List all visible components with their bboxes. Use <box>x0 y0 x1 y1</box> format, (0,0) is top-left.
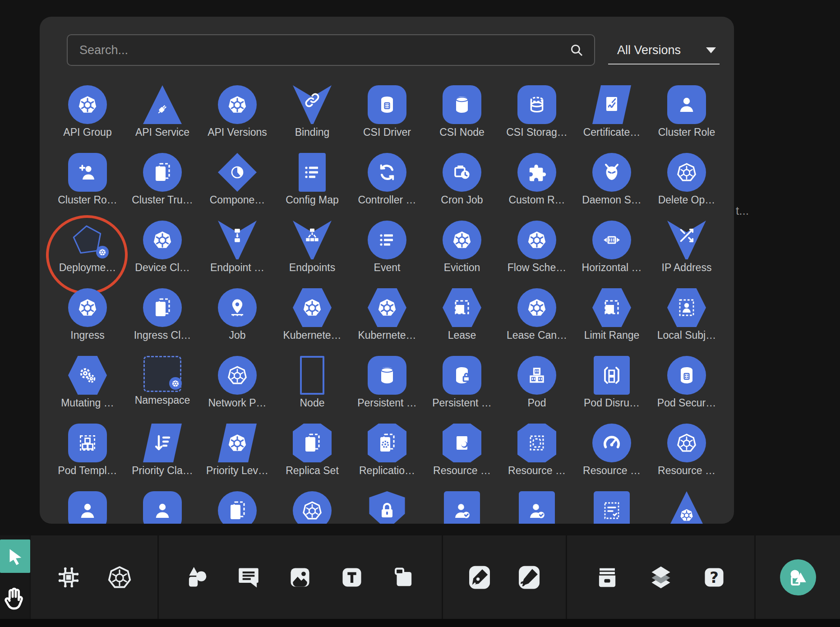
grid-item-label: CSI Node <box>425 126 499 138</box>
row7-user-link-icon <box>143 491 182 524</box>
grid-item-persistent-volume-claim[interactable]: Persistent … <box>425 352 499 420</box>
grid-item-api-versions[interactable]: API Versions <box>200 82 275 149</box>
grid-item-lease-candidate[interactable]: Lease Can… <box>499 285 574 352</box>
archive-tool[interactable] <box>594 564 620 590</box>
grid-item-row7-kubernetes[interactable] <box>275 488 350 524</box>
grid-item-replica-set[interactable]: Replica Set <box>275 420 350 488</box>
grid-item-cron-job[interactable]: Cron Job <box>425 149 499 217</box>
grid-item-replication-controller[interactable]: Replicatio… <box>350 420 425 488</box>
app-logo[interactable] <box>780 559 816 595</box>
grid-item-pod-disruption-budget[interactable]: Pod Disru… <box>574 352 649 420</box>
grid-item-daemon-set[interactable]: Daemon S… <box>574 149 649 217</box>
version-filter-dropdown[interactable]: All Versions <box>608 37 720 65</box>
select-tool[interactable] <box>0 539 30 573</box>
grid-item-endpoints[interactable]: Endpoints <box>275 217 350 285</box>
shapes-tool[interactable] <box>184 564 210 590</box>
row7-user-check-2-icon <box>519 491 555 524</box>
grid-item-ingress[interactable]: Ingress <box>50 285 125 352</box>
grid-item-network-policy[interactable]: Network P… <box>200 352 275 420</box>
daemon-set-icon <box>592 153 631 192</box>
grid-item-row7-secret-lock[interactable] <box>350 488 425 524</box>
grid-item-event[interactable]: Event <box>350 217 425 285</box>
resource-4-icon <box>667 424 706 462</box>
grid-item-label: Event <box>350 262 425 274</box>
grid-item-pod-template[interactable]: Pod Templ… <box>50 420 125 488</box>
grid-item-row7-user-check-2[interactable] <box>499 488 574 524</box>
grid-item-csi-node[interactable]: CSI Node <box>425 82 499 149</box>
grid-item-device-class[interactable]: Device Cl… <box>125 217 200 285</box>
grid-item-limit-range[interactable]: Limit Range <box>574 285 649 352</box>
ingress-class-icon <box>143 288 182 327</box>
grid-item-api-group[interactable]: API Group <box>50 82 125 149</box>
endpoints-icon <box>293 221 332 259</box>
grid-item-row7-user[interactable] <box>50 488 125 524</box>
grid-item-label: Network P… <box>200 397 275 409</box>
grid-item-row7-docs-clock[interactable] <box>200 488 275 524</box>
grid-item-pod[interactable]: Pod <box>499 352 574 420</box>
grid-item-api-service[interactable]: API Service <box>125 82 200 149</box>
grid-item-row7-list-check[interactable] <box>574 488 649 524</box>
grid-item-pod-security[interactable]: Pod Secur… <box>649 352 724 420</box>
grid-item-row7-user-link[interactable] <box>125 488 200 524</box>
grid-item-kubernetes-1[interactable]: Kubernete… <box>275 285 350 352</box>
grid-item-ingress-class[interactable]: Ingress Cl… <box>125 285 200 352</box>
shapes-icon <box>184 564 210 590</box>
row7-user-check-1-icon <box>444 491 480 524</box>
grid-item-row7-user-check-1[interactable] <box>425 488 499 524</box>
grid-item-cluster-role-binding[interactable]: Cluster Ro… <box>50 149 125 217</box>
grid-item-node[interactable]: Node <box>275 352 350 420</box>
grid-item-row7-triangle-k8s[interactable] <box>649 488 724 524</box>
grid-item-label: Delete Op… <box>649 194 724 206</box>
grid-item-local-subject-access-review[interactable]: Local Subj… <box>649 285 724 352</box>
grid-item-cluster-role[interactable]: Cluster Role <box>649 82 724 149</box>
cluster-trust-bundle-icon <box>143 153 182 192</box>
comment-tool[interactable] <box>235 564 262 590</box>
grid-item-flow-schema[interactable]: Flow Sche… <box>499 217 574 285</box>
kubernetes-badge-icon <box>96 246 109 258</box>
circuit-node-tool[interactable] <box>55 564 82 590</box>
grid-item-binding[interactable]: Binding <box>275 82 350 149</box>
help-tool[interactable] <box>701 564 727 590</box>
grid-item-priority-level[interactable]: Priority Lev… <box>200 420 275 488</box>
grid-item-priority-class[interactable]: Priority Cla… <box>125 420 200 488</box>
grid-item-deployment[interactable]: Deployme… <box>50 217 125 285</box>
grid-item-job[interactable]: Job <box>200 285 275 352</box>
grid-item-csi-storage-capacity[interactable]: CSI Storag… <box>499 82 574 149</box>
grid-item-eviction[interactable]: Eviction <box>425 217 499 285</box>
kubernetes-tool[interactable] <box>106 564 133 590</box>
grid-item-endpoint-slice[interactable]: Endpoint … <box>200 217 275 285</box>
grid-item-certificate-signing-request[interactable]: Certificate… <box>574 82 649 149</box>
grid-item-label: Persistent … <box>425 397 499 409</box>
grid-item-resource-1[interactable]: Resource … <box>425 420 499 488</box>
grid-item-kubernetes-2[interactable]: Kubernete… <box>350 285 425 352</box>
grid-item-resource-3[interactable]: Resource … <box>574 420 649 488</box>
search-input[interactable] <box>68 43 569 57</box>
grid-item-csi-driver[interactable]: CSI Driver <box>350 82 425 149</box>
grid-item-label: Cluster Role <box>649 126 724 138</box>
grid-item-lease[interactable]: Lease <box>425 285 499 352</box>
grid-item-mutating-webhook[interactable]: Mutating … <box>50 352 125 420</box>
grid-item-component-status[interactable]: Compone… <box>200 149 275 217</box>
toolbar-group-elements <box>159 535 442 619</box>
grid-item-horizontal-pod-autoscaler[interactable]: Horizontal … <box>574 217 649 285</box>
pen-tool[interactable] <box>466 564 493 590</box>
priority-level-icon <box>218 424 257 462</box>
text-tool[interactable] <box>339 564 365 590</box>
pencil-tool[interactable] <box>516 564 542 590</box>
layers-tool[interactable] <box>648 564 674 590</box>
grid-item-controller-revision[interactable]: Controller … <box>350 149 425 217</box>
grid-item-persistent-volume[interactable]: Persistent … <box>350 352 425 420</box>
horizontal-pod-autoscaler-icon <box>592 221 631 259</box>
grid-item-cluster-trust-bundle[interactable]: Cluster Tru… <box>125 149 200 217</box>
pan-tool[interactable] <box>1 584 27 614</box>
grid-item-delete-options[interactable]: Delete Op… <box>649 149 724 217</box>
grid-item-namespace[interactable]: Namespace <box>125 352 200 420</box>
card-tool[interactable] <box>390 564 416 590</box>
grid-item-custom-resource[interactable]: Custom R… <box>499 149 574 217</box>
grid-item-config-map[interactable]: Config Map <box>275 149 350 217</box>
grid-item-label: IP Address <box>649 262 724 274</box>
grid-item-resource-2[interactable]: Resource … <box>499 420 574 488</box>
grid-item-resource-4[interactable]: Resource … <box>649 420 724 488</box>
image-tool[interactable] <box>287 564 313 590</box>
grid-item-ip-address[interactable]: IP Address <box>649 217 724 285</box>
